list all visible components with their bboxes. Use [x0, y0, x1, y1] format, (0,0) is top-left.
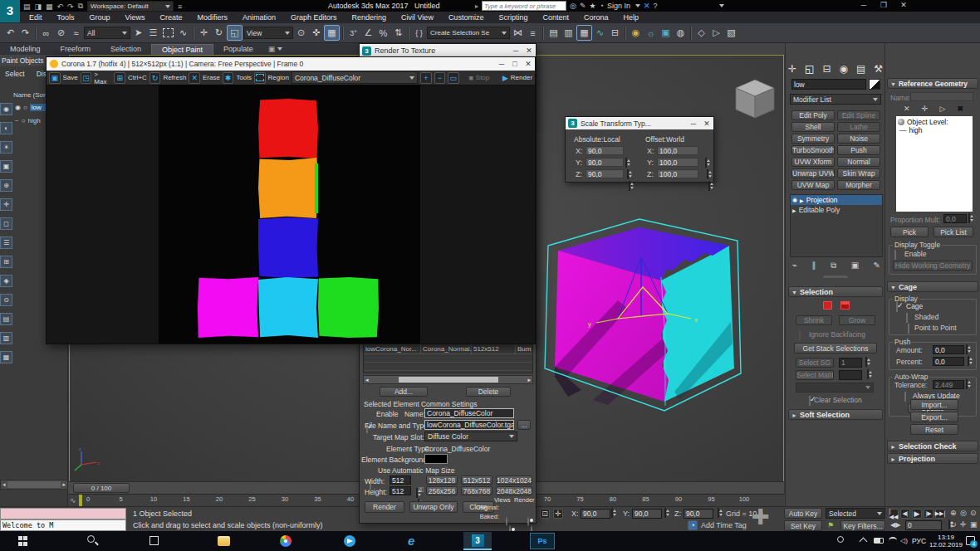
redo-icon[interactable]: ↷ [18, 26, 32, 40]
prev-frame-icon[interactable]: ◀| [900, 509, 910, 519]
export-button[interactable]: Export... [910, 412, 958, 422]
menu-content[interactable]: Content [535, 12, 576, 22]
mod-turbosmooth-button[interactable]: TurboSmooth [791, 145, 835, 155]
rtt-unwrap-only-button[interactable]: Unwrap Only [409, 501, 458, 513]
vfb-zoom-in-icon[interactable]: + [420, 72, 432, 84]
vfb-stop-icon[interactable]: ■ [468, 74, 473, 82]
menu-tools[interactable]: Tools [50, 12, 82, 22]
sg-spinner[interactable] [865, 357, 867, 367]
tray-language[interactable]: РУС [912, 537, 926, 545]
select-sg-button[interactable]: Select SG [796, 358, 834, 368]
make-unique-icon[interactable]: ⧉ [831, 261, 836, 271]
vfb-maximize-icon[interactable]: □ [508, 60, 522, 68]
tab-utilities-icon[interactable]: ⚒ [874, 63, 883, 75]
tolerance-spinner[interactable] [966, 379, 968, 389]
rtt-add-button[interactable]: Add... [380, 387, 428, 397]
original-render-radio[interactable] [527, 516, 529, 526]
select-link-icon[interactable]: ∞ [39, 26, 53, 40]
reference-item-high[interactable]: high [909, 126, 923, 134]
time-slider-handle[interactable]: 0 / 100 [73, 483, 130, 493]
zoom-all-icon[interactable]: ◎ [960, 509, 967, 517]
menu-modifiers[interactable]: Modifiers [189, 12, 235, 22]
pin-stack-icon[interactable]: ⌁ [792, 261, 797, 271]
amount-spinner[interactable] [966, 344, 968, 354]
dialog-minimize-icon[interactable]: ─ [687, 119, 700, 128]
undo-icon[interactable]: ↶ [3, 26, 17, 40]
rollout-selection[interactable]: ▼Selection [788, 286, 883, 297]
mod-normal-button[interactable]: Normal [837, 157, 880, 167]
remove-modifier-icon[interactable]: ▣ [851, 261, 859, 271]
mod-push-button[interactable]: Push [837, 145, 880, 155]
schematic-view-icon[interactable]: ⊟ [608, 26, 622, 40]
rtt-element-table[interactable]: lowCorona_Nor... Corona_Normal... 512x51… [363, 344, 533, 373]
amount-field[interactable]: 0,0 [933, 345, 964, 354]
ribbon-minimize-icon[interactable]: ▣ [268, 45, 276, 53]
explorer-icon-0[interactable]: ◉ [0, 103, 12, 115]
add-time-tag-label[interactable]: Add Time Tag [701, 521, 747, 529]
subobj-element-icon[interactable] [840, 301, 850, 310]
vfb-max-label[interactable]: > Max [94, 71, 111, 85]
vfb-image[interactable] [159, 85, 420, 344]
size-512-button[interactable]: 512x512 [461, 475, 492, 485]
tray-people-icon[interactable] [837, 536, 844, 543]
rtt-titlebar[interactable]: 3 Render To Texture ─ ✕ [360, 44, 536, 57]
menu-animation[interactable]: Animation [235, 12, 283, 22]
always-update-checkbox[interactable] [904, 392, 906, 402]
abs-x-field[interactable]: 90,0 [586, 146, 624, 155]
ribbon-toggle-icon[interactable]: ▦ [576, 25, 592, 41]
taskbar-photoshop-button[interactable]: Ps [530, 533, 555, 549]
vfb-zoom-out-icon[interactable]: − [434, 72, 446, 84]
tab-motion-icon[interactable]: ◉ [839, 63, 847, 75]
scroll-right-icon[interactable]: ▸ [62, 481, 66, 488]
pan-icon[interactable]: ✛ [960, 520, 967, 529]
unlink-icon[interactable]: ⊘ [54, 26, 68, 40]
tab-populate[interactable]: Populate [213, 44, 263, 54]
start-button[interactable] [18, 536, 28, 546]
show-end-result-icon[interactable]: ∥ [812, 261, 816, 271]
import-button[interactable]: Import... [910, 399, 958, 410]
explorer-icon-5[interactable]: ✛ [0, 198, 12, 211]
selection-lock-icon[interactable]: ✛ [553, 509, 563, 519]
redo-qat-icon[interactable]: ↷ [67, 2, 74, 11]
taskbar-search-icon[interactable] [87, 535, 95, 543]
explorer-menu-select[interactable]: Select [5, 70, 25, 78]
mod-lathe-button[interactable]: Lathe [837, 122, 880, 132]
matid-value-field[interactable] [839, 370, 862, 380]
spinner-snap-icon[interactable]: ⇅ [391, 26, 405, 40]
favorites-star-icon[interactable]: ★ [589, 2, 595, 10]
workspace-menu-icon[interactable]: ≡ [178, 2, 182, 11]
plus-tool-icon[interactable]: ✚ [752, 505, 770, 530]
coord-z-spinner[interactable] [718, 508, 719, 518]
selection-filter-dropdown[interactable]: All [84, 27, 130, 39]
matid-spinner[interactable] [867, 369, 869, 379]
configure-sets-icon[interactable]: ✎ [874, 261, 880, 271]
tab-modeling[interactable]: Modeling [0, 44, 51, 54]
vfb-channel-dropdown[interactable]: Corona_DiffuseColor [292, 71, 418, 84]
tab-object-paint[interactable]: Object Paint [151, 44, 213, 55]
new-file-icon[interactable]: ▤ [23, 2, 31, 11]
hair-tool-icon[interactable]: ▷ [709, 26, 723, 40]
open-file-icon[interactable]: ◨ [35, 2, 42, 11]
panel-divider[interactable] [823, 276, 848, 278]
abs-z-spinner[interactable] [629, 181, 630, 191]
grow-button[interactable]: Grow [839, 315, 875, 325]
named-selection-set-dropdown[interactable]: Create Selection Se [427, 27, 510, 39]
pick-list-button[interactable]: Pick List [933, 227, 973, 237]
vfb-titlebar[interactable]: Corona 1.7 (hotfix 4) | 512×512px (1:1) … [47, 57, 535, 71]
scale-icon[interactable]: ◱ [227, 25, 243, 41]
render-setup-icon[interactable]: ☼ [644, 26, 658, 40]
tray-chevron-icon[interactable] [860, 538, 868, 546]
get-stack-selections-button[interactable]: Get Stack Selections [794, 343, 877, 354]
auto-key-button[interactable]: Auto Key [784, 508, 822, 519]
tray-wifi-icon[interactable] [889, 537, 897, 544]
smoothing-group-dropdown[interactable] [796, 383, 874, 393]
hide-working-geometry-button[interactable]: Hide Working Geometry [893, 261, 973, 271]
key-mode-dropdown[interactable]: Selected [826, 508, 885, 519]
tab-hierarchy-icon[interactable]: ⊟ [822, 63, 831, 75]
menu-group[interactable]: Group [82, 12, 118, 22]
edge-icon[interactable]: e [408, 534, 414, 548]
mod-skin-wrap-button[interactable]: Skin Wrap [837, 168, 880, 178]
menu-views[interactable]: Views [118, 12, 153, 22]
set-key-filter-icon[interactable]: ⚑ [827, 521, 834, 529]
rollout-soft-selection[interactable]: ►Soft Selection [788, 409, 883, 420]
